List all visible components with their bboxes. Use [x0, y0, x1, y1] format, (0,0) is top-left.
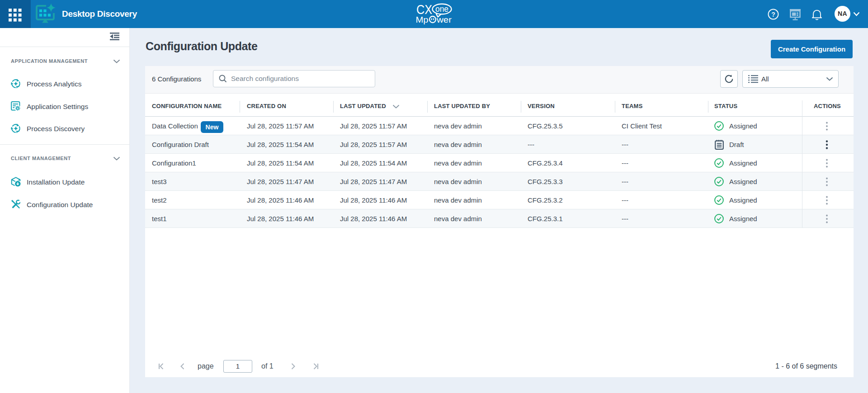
svg-text:one: one [435, 5, 448, 14]
svg-text:Mp: Mp [416, 15, 429, 24]
svg-text:wer: wer [436, 15, 452, 24]
svg-text:?: ? [771, 11, 775, 18]
